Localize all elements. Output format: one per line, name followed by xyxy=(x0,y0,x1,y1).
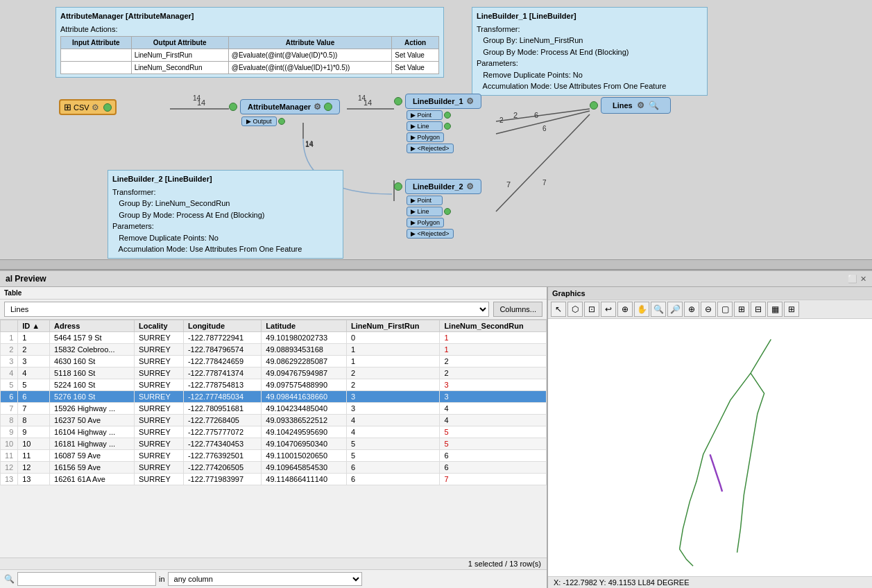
attr-manager-in-port[interactable] xyxy=(229,103,237,111)
table-row[interactable]: 1 1 5464 157 9 St SURREY -122.787722941 … xyxy=(1,332,547,344)
csv-icon-box[interactable]: ⊞ CSV ⚙ xyxy=(59,99,117,115)
attr-row-2: LineNum_SecondRun @Evaluate(@int((@Value… xyxy=(61,62,439,74)
col-secondrun[interactable]: LineNum_SecondRun xyxy=(440,320,547,332)
attr-manager-output-port[interactable] xyxy=(278,118,285,125)
line-count-2: 14 xyxy=(358,94,366,102)
table-row[interactable]: 3 3 4630 160 St SURREY -122.778424659 49… xyxy=(1,356,547,368)
search-column-select[interactable]: any column xyxy=(168,572,362,586)
panel-body: Table Lines Columns... ID ▲ Adress Local… xyxy=(0,287,872,588)
lb2-in-port[interactable] xyxy=(394,182,402,191)
lb1-gear[interactable]: ⚙ xyxy=(466,96,474,106)
attr-manager-out-port[interactable] xyxy=(324,103,332,111)
lb2-main[interactable]: LineBuilder_2 ⚙ xyxy=(405,179,481,194)
graphics-cursor-btn[interactable]: ↖ xyxy=(551,302,566,317)
lb1-rejected-port-row: ▶ <Rejected> xyxy=(407,144,454,153)
data-table: ID ▲ Adress Locality Longitude Latitude … xyxy=(0,320,547,485)
graphics-zoom-minus-btn[interactable]: ⊖ xyxy=(701,302,716,317)
graphics-zoom-in-btn[interactable]: 🔍 xyxy=(651,302,666,317)
lb1-node: LineBuilder_1 ⚙ ▶ Point ▶ Line ▶ Polygon xyxy=(394,94,481,153)
lb2-gear[interactable]: ⚙ xyxy=(466,182,474,191)
search-icon: 🔍 xyxy=(4,574,15,584)
table-selector[interactable]: Lines xyxy=(4,302,489,317)
col-longitude[interactable]: Longitude xyxy=(183,320,261,332)
csv-out-port[interactable] xyxy=(103,103,112,112)
graphics-zoom-fit-btn[interactable]: ⊕ xyxy=(617,302,633,317)
table-row[interactable]: 13 13 16261 61A Ave SURREY -122.77198399… xyxy=(1,474,547,485)
table-status-bar: 1 selected / 13 row(s) xyxy=(0,557,547,569)
lb2-polygon-label: ▶ Polygon xyxy=(407,218,444,227)
canvas-hscroll[interactable] xyxy=(0,259,872,269)
graphics-zoom-plus-btn[interactable]: ⊕ xyxy=(684,302,699,317)
line-count-3: 14 xyxy=(305,140,313,148)
lines-search[interactable]: 🔍 xyxy=(649,101,659,110)
search-input[interactable] xyxy=(17,572,156,586)
graphics-canvas[interactable] xyxy=(548,319,872,576)
graphics-zoom-box-btn[interactable]: ▢ xyxy=(717,302,733,317)
attr-manager-main[interactable]: AttributeManager ⚙ xyxy=(240,99,340,114)
graphics-zoom-out-btn[interactable]: 🔎 xyxy=(667,302,683,317)
attr-manager-table: Input Attribute Output Attribute Attribu… xyxy=(60,36,439,74)
graphics-filter-btn[interactable]: ⊟ xyxy=(751,302,766,317)
graphics-header: Graphics xyxy=(548,287,872,300)
svg-text:2: 2 xyxy=(513,111,518,119)
table-icon: ⊞ xyxy=(64,102,71,112)
count-6: 6 xyxy=(542,125,547,132)
lines-in-port[interactable] xyxy=(590,101,598,110)
graphics-pointer2-btn[interactable]: ⊞ xyxy=(734,302,749,317)
table-row[interactable]: 12 12 16156 59 Ave SURREY -122.774206505… xyxy=(1,462,547,474)
graphics-grid-btn[interactable]: ▦ xyxy=(767,302,783,317)
csv-gear-icon[interactable]: ⚙ xyxy=(92,103,99,112)
lb1-line-label: ▶ Line xyxy=(407,121,443,131)
status-count: 1 selected / 13 row(s) xyxy=(468,560,541,568)
graphics-toolbar: ↖ ⬡ ⊡ ↩ ⊕ ✋ 🔍 🔎 ⊕ ⊖ ▢ ⊞ ⊟ ▦ ⊞ xyxy=(548,300,872,319)
lb1-main[interactable]: LineBuilder_1 ⚙ xyxy=(405,94,481,109)
table-row[interactable]: 4 4 5118 160 St SURREY -122.778741374 49… xyxy=(1,368,547,379)
table-row[interactable]: 7 7 15926 Highway ... SURREY -122.780951… xyxy=(1,403,547,415)
graphics-polygon-btn[interactable]: ⬡ xyxy=(567,302,583,317)
graphics-section: Graphics ↖ ⬡ ⊡ ↩ ⊕ ✋ 🔍 🔎 ⊕ ⊖ ▢ ⊞ ⊟ ▦ ⊞ xyxy=(548,287,872,588)
table-row[interactable]: 11 11 16087 59 Ave SURREY -122.776392501… xyxy=(1,450,547,462)
lb1-line-port[interactable] xyxy=(444,123,451,130)
lb2-point-port-row: ▶ Point xyxy=(407,196,454,205)
col-firstrun[interactable]: LineNum_FirstRun xyxy=(347,320,440,332)
col-input: Input Attribute xyxy=(61,37,132,49)
lb1-in-port[interactable] xyxy=(394,97,402,105)
col-id[interactable]: ID ▲ xyxy=(18,320,50,332)
graphics-table-btn[interactable]: ⊞ xyxy=(784,302,799,317)
graphics-copy-btn[interactable]: ⊡ xyxy=(584,302,599,317)
lines-node: Lines ⚙ 🔍 xyxy=(590,97,671,114)
attr-manager-gear[interactable]: ⚙ xyxy=(314,102,321,112)
count-2: 2 xyxy=(499,116,504,124)
lb2-polygon-port-row: ▶ Polygon xyxy=(407,218,454,227)
panel-restore-btn[interactable]: ⬜ xyxy=(848,275,857,284)
lb2-label: LineBuilder_2 xyxy=(413,182,463,191)
lb2-line-label: ▶ Line xyxy=(407,207,443,216)
coordinates-display: X: -122.7982 Y: 49.1153 LL84 DEGREE xyxy=(554,578,690,587)
table-row[interactable]: 8 8 16237 50 Ave SURREY -122.77268405 49… xyxy=(1,415,547,426)
search-in-label: in xyxy=(159,575,165,583)
table-row[interactable]: 5 5 5224 160 St SURREY -122.778754813 49… xyxy=(1,379,547,391)
columns-button[interactable]: Columns... xyxy=(493,302,542,317)
col-num xyxy=(1,320,18,332)
table-row[interactable]: 2 2 15832 Colebroo... SURREY -122.784796… xyxy=(1,344,547,356)
panel-title: al Preview xyxy=(6,274,46,284)
table-toolbar-label: Table xyxy=(0,287,547,300)
lb1-point-port[interactable] xyxy=(444,112,451,119)
lb2-line-port[interactable] xyxy=(444,208,451,215)
table-row[interactable]: 10 10 16181 Highway ... SURREY -122.7743… xyxy=(1,438,547,450)
graphics-undo-btn[interactable]: ↩ xyxy=(601,302,616,317)
lines-gear[interactable]: ⚙ xyxy=(637,101,644,110)
graphics-pan-btn[interactable]: ✋ xyxy=(634,302,649,317)
panel-close-btn[interactable]: ✕ xyxy=(860,275,866,284)
lb2-node: LineBuilder_2 ⚙ ▶ Point ▶ Line ▶ Polygon… xyxy=(394,179,481,239)
csv-label: CSV xyxy=(74,103,89,112)
col-adress[interactable]: Adress xyxy=(50,320,135,332)
col-latitude[interactable]: Latitude xyxy=(262,320,347,332)
table-row[interactable]: 6 6 5276 160 St SURREY -122.777485034 49… xyxy=(1,391,547,403)
lines-main[interactable]: Lines ⚙ 🔍 xyxy=(601,97,671,114)
col-locality[interactable]: Locality xyxy=(134,320,183,332)
table-scroll[interactable]: ID ▲ Adress Locality Longitude Latitude … xyxy=(0,320,547,557)
bottom-panel: al Preview ⬜ ✕ Table Lines Columns... xyxy=(0,270,872,588)
table-row[interactable]: 9 9 16104 Highway ... SURREY -122.775777… xyxy=(1,426,547,438)
lb1-rejected-label: ▶ <Rejected> xyxy=(407,144,454,153)
